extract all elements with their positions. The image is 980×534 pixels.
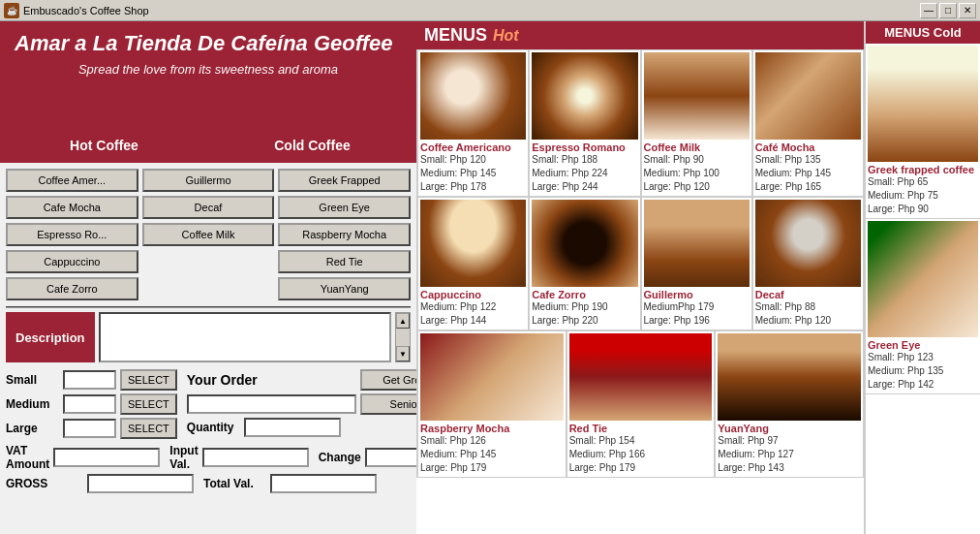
cappuccino-img: [420, 200, 526, 287]
yuanyang-btn[interactable]: YuanYang: [278, 277, 411, 300]
yuanyang-name: YuanYang: [718, 423, 861, 434]
espresso-romano-card: Espresso Romano Small: Php 188Medium: Ph…: [529, 49, 640, 197]
cafe-mocha-name: Café Mocha: [755, 141, 861, 153]
large-row: Large SELECT: [6, 418, 177, 439]
guillermo-img: [644, 200, 750, 287]
app-title: Embuscado's Coffee Shop: [23, 5, 149, 16]
espresso-romano-name: Espresso Romano: [532, 141, 637, 153]
guillermo-btn[interactable]: Guillermo: [142, 169, 275, 192]
coffee-americano-card: Coffee Americano Small: Php 120Medium: P…: [417, 49, 529, 197]
hot-menus-header: MENUS Hot: [416, 21, 864, 49]
greek-frapped-name: Greek frapped coffee: [868, 164, 978, 175]
espresso-romano-img: [532, 52, 637, 140]
hot-menus-panel: MENUS Hot Coffee Americano Small: Php 12…: [416, 21, 864, 534]
cafe-zorro-card: Cafe Zorro Medium: Php 190Large: Php 220: [529, 197, 640, 330]
totalval-input[interactable]: [270, 474, 377, 493]
decaf-img: [755, 200, 861, 287]
hot-grid-bottom: Raspberry Mocha Small: Php 126Medium: Ph…: [416, 330, 864, 478]
hot-label: Hot: [493, 27, 519, 45]
medium-input[interactable]: [63, 394, 116, 414]
red-tie-prices: Small: Php 154Medium: Php 166Large: Php …: [569, 434, 713, 475]
red-tie-name: Red Tie: [569, 423, 713, 434]
cafe-zorro-prices: Medium: Php 190Large: Php 220: [532, 300, 637, 328]
green-eye-name: Green Eye: [868, 339, 978, 351]
espresso-romano-prices: Small: Php 188Medium: Php 224Large: Php …: [532, 153, 637, 194]
coffee-milk-name: Coffee Milk: [644, 141, 750, 153]
greek-frapped-prices: Small: Php 65Medium: Php 75Large: Php 90: [868, 175, 978, 216]
shop-subtitle: Spread the love from its sweetness and a…: [15, 62, 402, 77]
gross-totalval-row: GROSS Total Val.: [6, 474, 411, 493]
green-eye-prices: Small: Php 123Medium: Php 135Large: Php …: [868, 351, 978, 392]
window-controls[interactable]: — □ ✕: [920, 3, 976, 18]
cold-coffee-tab[interactable]: Cold Coffee: [208, 128, 416, 163]
cafe-mocha-btn[interactable]: Cafe Mocha: [6, 196, 138, 219]
red-tie-img: [569, 333, 713, 421]
title-bar: ☕ Embuscado's Coffee Shop — □ ✕: [0, 0, 980, 21]
description-textarea[interactable]: [99, 312, 391, 362]
hot-grid-middle: Cappuccino Medium: Php 122Large: Php 144…: [416, 197, 864, 330]
scroll-track: [396, 329, 410, 346]
quantity-input[interactable]: [244, 418, 341, 437]
greek-frapped-btn[interactable]: Greek Frapped: [278, 169, 411, 192]
green-eye-card: Green Eye Small: Php 123Medium: Php 135L…: [866, 219, 980, 394]
gross-input[interactable]: [87, 474, 194, 493]
cappuccino-prices: Medium: Php 122Large: Php 144: [420, 300, 526, 328]
coffee-milk-card: Coffee Milk Small: Php 90Medium: Php 100…: [641, 49, 752, 197]
guillermo-name: Guillermo: [644, 289, 750, 300]
menus-title: MENUS: [424, 25, 487, 46]
size-selectors: Small SELECT Medium SELECT Large SELECT: [6, 369, 177, 439]
order-input[interactable]: [187, 394, 356, 414]
cappuccino-btn[interactable]: Cappuccino: [6, 250, 138, 273]
empty-btn-1: [142, 250, 275, 273]
minimize-button[interactable]: —: [920, 3, 937, 18]
small-select-btn[interactable]: SELECT: [120, 369, 177, 391]
red-tie-btn[interactable]: Red Tie: [278, 250, 411, 273]
decaf-name: Decaf: [755, 289, 861, 300]
scroll-up-btn[interactable]: ▲: [396, 313, 410, 329]
order-title: Your Order: [187, 372, 258, 388]
cafe-mocha-img: [755, 52, 861, 140]
coffee-milk-img: [644, 52, 750, 140]
raspberry-mocha-card: Raspberry Mocha Small: Php 126Medium: Ph…: [417, 330, 567, 478]
red-tie-card: Red Tie Small: Php 154Medium: Php 166Lar…: [567, 330, 716, 478]
vat-input[interactable]: [53, 448, 160, 467]
coffee-americano-btn[interactable]: Coffee Amer...: [6, 169, 138, 192]
maximize-button[interactable]: □: [939, 3, 957, 18]
coffee-americano-name: Coffee Americano: [420, 141, 526, 153]
greek-frapped-img: [868, 46, 978, 162]
cafe-zorro-btn[interactable]: Cafe Zorro: [6, 277, 138, 300]
cafe-mocha-prices: Small: Php 135Medium: Php 145Large: Php …: [755, 153, 861, 194]
header: Amar a La Tienda De Cafeína Geoffee Spre…: [0, 21, 416, 128]
decaf-btn[interactable]: Decaf: [142, 196, 275, 219]
menu-buttons-grid: Coffee Amer... Guillermo Greek Frapped C…: [0, 163, 416, 306]
cold-menus-header: MENUS Cold: [866, 21, 980, 44]
raspberry-mocha-name: Raspberry Mocha: [420, 423, 564, 434]
large-label: Large: [6, 422, 59, 435]
small-input[interactable]: [63, 370, 116, 390]
close-button[interactable]: ✕: [959, 3, 976, 18]
hot-coffee-tab[interactable]: Hot Coffee: [0, 128, 208, 163]
raspberry-mocha-prices: Small: Php 126Medium: Php 145Large: Php …: [420, 434, 564, 475]
inputval-input[interactable]: [202, 448, 309, 467]
large-input[interactable]: [63, 419, 116, 438]
scroll-down-btn[interactable]: ▼: [396, 346, 410, 361]
espresso-romano-btn[interactable]: Espresso Ro...: [6, 223, 138, 246]
green-eye-btn[interactable]: Green Eye: [278, 196, 411, 219]
right-panel: MENUS Hot Coffee Americano Small: Php 12…: [416, 21, 980, 534]
cappuccino-name: Cappuccino: [420, 289, 526, 300]
cafe-mocha-card: Café Mocha Small: Php 135Medium: Php 145…: [752, 49, 864, 197]
inputval-label: Input Val.: [169, 444, 198, 471]
app-icon: ☕: [4, 3, 19, 18]
large-select-btn[interactable]: SELECT: [120, 418, 177, 439]
empty-btn-2: [142, 277, 275, 300]
medium-select-btn[interactable]: SELECT: [120, 393, 177, 415]
small-row: Small SELECT: [6, 369, 177, 391]
medium-label: Medium: [6, 397, 59, 411]
yuanyang-img: [718, 333, 861, 421]
title-bar-left: ☕ Embuscado's Coffee Shop: [4, 3, 149, 18]
change-label: Change: [319, 451, 361, 464]
raspberry-mocha-btn[interactable]: Raspberry Mocha: [278, 223, 411, 246]
coffee-milk-btn[interactable]: Coffee Milk: [142, 223, 275, 246]
coffee-americano-img: [420, 52, 526, 140]
greek-frapped-card: Greek frapped coffee Small: Php 65Medium…: [866, 44, 980, 219]
